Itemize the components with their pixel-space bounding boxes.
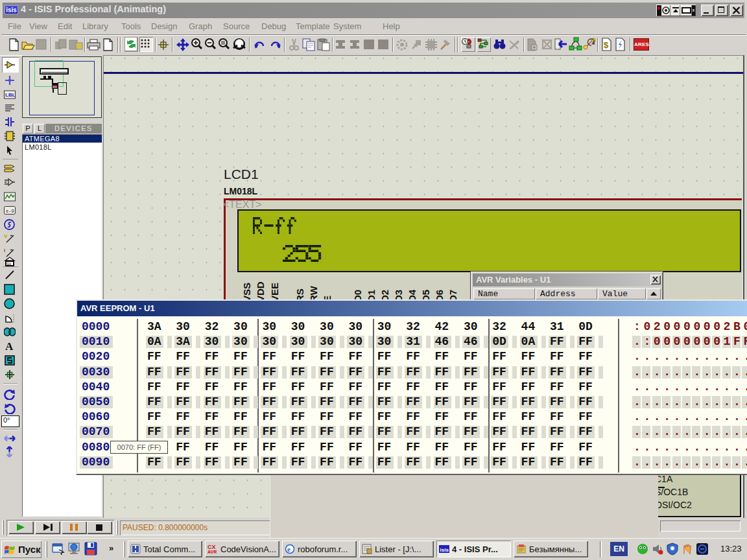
svg-text:e-9: e-9 <box>6 209 14 214</box>
svg-text:I: I <box>4 248 5 253</box>
svg-text:$: $ <box>604 40 609 50</box>
svg-text:LBL: LBL <box>5 92 16 98</box>
svg-text:isis: isis <box>440 547 449 553</box>
svg-text:V: V <box>4 233 8 239</box>
svg-text:e: e <box>287 545 290 553</box>
svg-text:AVR: AVR <box>208 550 217 554</box>
svg-text:A: A <box>5 341 14 351</box>
